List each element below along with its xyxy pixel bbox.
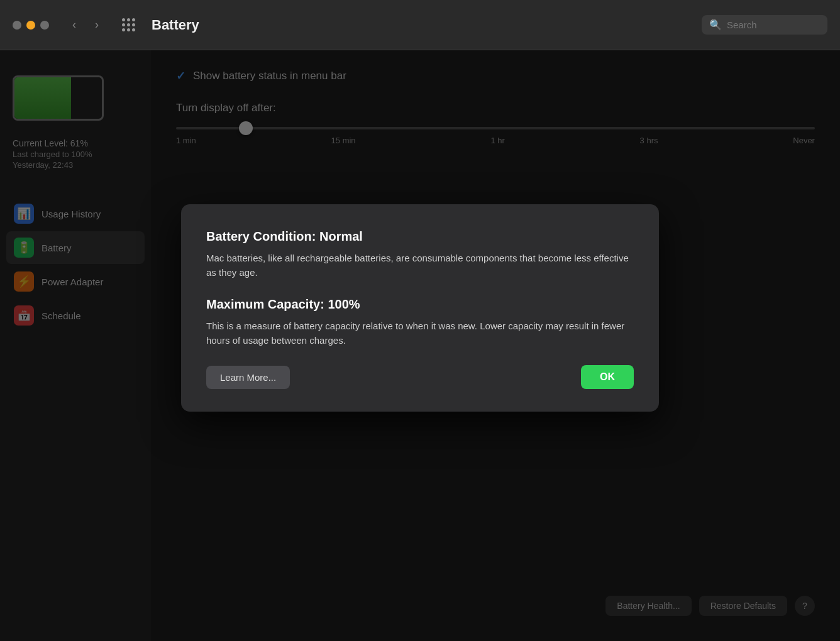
capacity-body: This is a measure of battery capacity re…	[206, 319, 634, 348]
learn-more-button[interactable]: Learn More...	[206, 366, 290, 389]
dialog-overlay: Battery Condition: Normal Mac batteries,…	[0, 0, 840, 641]
dialog-buttons: Learn More... OK	[206, 365, 634, 389]
capacity-title: Maximum Capacity: 100%	[206, 297, 634, 312]
battery-condition-dialog: Battery Condition: Normal Mac batteries,…	[181, 204, 659, 412]
condition-title: Battery Condition: Normal	[206, 229, 634, 244]
ok-button[interactable]: OK	[581, 365, 634, 389]
condition-body: Mac batteries, like all rechargeable bat…	[206, 251, 634, 280]
